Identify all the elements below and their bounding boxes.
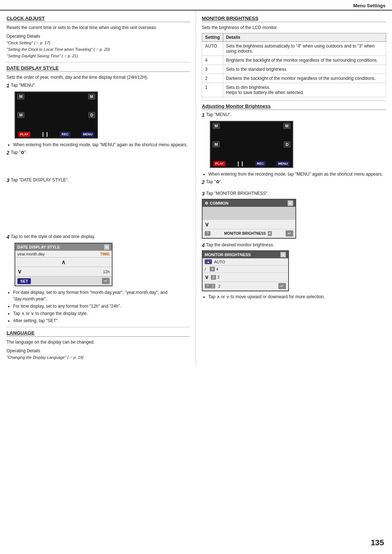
mb-row-down-nav: ∨ 3 3 <box>203 273 288 282</box>
step-1-num: 1 <box>7 83 9 89</box>
adjusting-section: Adjusting Monitor Brightness 1 Tap "MENU… <box>202 103 386 300</box>
step-4-num: 4 <box>7 234 9 240</box>
date-dialog-back-btn[interactable]: ↵ <box>102 278 110 284</box>
mb-row-2-label: 2 <box>218 284 278 288</box>
adj-step-2-text: Tap "✿". <box>206 179 222 184</box>
common-dialog-close[interactable]: ✕ <box>287 200 293 206</box>
date-step1-bullet1: When entering from the recording mode, t… <box>13 141 190 148</box>
clock-adjust-title: CLOCK ADJUST <box>7 16 190 22</box>
mb-question-btn[interactable]: ? <box>205 284 211 288</box>
table-row: 4 Brightens the backlight of the monitor… <box>202 56 386 65</box>
date-dialog-row1-label: year.month.day <box>17 252 97 256</box>
common-question-btn[interactable]: ? <box>205 231 211 236</box>
common-dialog-footer-row: ? MONITOR BRIGHTNESS 4 ↵ <box>203 229 295 238</box>
date-display-dialog: DATE DISPLAY STYLE ✕ year.month.day TIME… <box>15 243 113 286</box>
cam-screen-left: M M M D PLAY ❙❙ REC MENU <box>15 91 98 139</box>
clock-adjust-ref3: "Setting Daylight Saving Time" (☞ p. 21) <box>7 54 78 58</box>
date-bullet-0: For date display, set to any format from… <box>13 289 190 302</box>
brightness-table: Setting Details AUTO Sets the brightness… <box>202 33 386 97</box>
cam-menu-btn-left: MENU <box>81 132 95 137</box>
cam-mid-left-m: M <box>17 112 24 118</box>
cam-rec-btn-right: REC <box>255 161 266 166</box>
cam-top-row-left: M M <box>15 92 97 99</box>
cam-bottom-bar-right: PLAY ❙❙ REC MENU <box>211 160 293 167</box>
mb-dialog-titlebar: MONITOR BRIGHTNESS ✕ <box>203 251 288 258</box>
cam-mid-right-d-r: D <box>284 141 290 147</box>
cam-mid-left-m-r: M <box>213 141 220 147</box>
date-dialog-close[interactable]: ✕ <box>104 244 110 250</box>
cam-pause-icon-right: ❙❙ <box>236 161 244 166</box>
cam-mid-row-right: M D <box>211 141 293 148</box>
cam-top-right-m-r: M <box>283 123 290 129</box>
date-bullet-3: After setting, tap "SET". <box>13 317 190 324</box>
mb-arrow-up-icon: ▲ <box>205 259 212 264</box>
adj-step-4-num: 4 <box>202 242 205 248</box>
clock-adjust-section: CLOCK ADJUST Resets the current time or … <box>7 16 190 59</box>
table-row: 2 Darkens the backlight of the monitor r… <box>202 74 386 83</box>
common-dialog-titlebar: ⚙ COMMON ✕ <box>203 200 295 207</box>
mb-row-4-label: 4 <box>216 267 219 271</box>
common-dialog-back-btn[interactable]: ↵ <box>286 230 293 237</box>
clock-adjust-body: Resets the current time or sets to the l… <box>7 24 190 31</box>
step-2-line: 2 Tap "✿". <box>7 150 190 156</box>
common-dialog-row2 <box>203 213 295 220</box>
divider-right <box>202 100 386 100</box>
mb-row-auto-label: AUTO <box>214 260 225 264</box>
step-1-line: 1 Tap "MENU". <box>7 83 190 89</box>
right-column: MONITOR BRIGHTNESS Sets the brightness o… <box>196 11 392 366</box>
mb-row-3-label: 3 <box>217 275 220 279</box>
adj-bullet1-list: When entering from the recording mode, t… <box>208 171 386 177</box>
cam-mid-right-d: D <box>89 112 95 118</box>
date-display-style-body: Sets the order of year, month, day and t… <box>7 74 190 81</box>
divider-1 <box>7 62 190 62</box>
date-dialog-row2-value: 12h <box>22 270 110 274</box>
monitor-brightness-title: MONITOR BRIGHTNESS <box>202 16 386 22</box>
date-bullet-1: For time display, set to any format from… <box>13 303 190 309</box>
adj-step-3-num: 3 <box>202 191 205 197</box>
mb-dialog-back-btn[interactable]: ↵ <box>278 283 286 289</box>
table-cell-setting-auto: AUTO <box>202 42 223 56</box>
cam-top-left-m-r: M <box>213 123 220 129</box>
mb-num-2-icon: 2 <box>211 284 216 288</box>
table-cell-details-4: Brightens the backlight of the monitor r… <box>223 56 386 65</box>
language-body: The language on the display can be chang… <box>7 339 190 345</box>
mb-nav-down-icon: ∨ <box>205 274 209 280</box>
cam-rec-btn-left: REC <box>60 132 70 137</box>
page-header: Menu Settings <box>0 0 392 11</box>
common-dialog-nav: ∨ <box>203 220 295 229</box>
adjusting-title: Adjusting Monitor Brightness <box>202 103 386 110</box>
table-row: AUTO Sets the brightness automatically t… <box>202 42 386 56</box>
adj-bullet1: When entering from the recording mode, t… <box>208 171 386 177</box>
adj-step-2-line: 2 Tap "✿". <box>202 179 386 185</box>
clock-adjust-ref2: "Setting the Clock to Local Time when Tr… <box>7 47 110 52</box>
table-row: 1 Sets to dim brightness.Helps to save b… <box>202 83 386 97</box>
cam-mid-row-left: M D <box>15 111 97 119</box>
down-arrow-icon: ∨ <box>17 268 22 275</box>
date-bullets: For date display, set to any format from… <box>13 289 190 324</box>
cam-play-btn-right: PLAY <box>213 161 225 166</box>
cam-play-btn-left: PLAY <box>18 132 30 137</box>
table-cell-details-2: Darkens the backlight of the monitor reg… <box>223 74 386 83</box>
table-cell-setting-4: 4 <box>202 56 223 65</box>
adj-step-3-text: Tap "MONITOR BRIGHTNESS". <box>206 191 269 196</box>
adj-bullet2: Tap ∧ or ∨ to move upward or downward fo… <box>208 294 386 300</box>
step-2-num: 2 <box>7 150 9 156</box>
date-dialog-up-arrow[interactable]: ∧ <box>15 258 112 267</box>
step-2-text: Tap "✿". <box>11 150 27 155</box>
date-dialog-down-arrow[interactable]: ∨ 12h <box>15 267 112 276</box>
clock-adjust-operating: Operating Details "Clock Setting" (☞ p. … <box>7 33 190 59</box>
mb-row-4: / 4 4 <box>203 266 288 273</box>
date-dialog-set-btn[interactable]: SET <box>17 278 31 284</box>
table-cell-setting-1: 1 <box>202 83 223 97</box>
table-col1-header: Setting <box>202 33 223 42</box>
date-step1-bullets: When entering from the recording mode, t… <box>13 141 190 148</box>
table-cell-details-1: Sets to dim brightness.Helps to save bat… <box>223 83 386 97</box>
date-dialog-titlebar: DATE DISPLAY STYLE ✕ <box>15 243 112 251</box>
mb-dialog-close[interactable]: ✕ <box>280 252 286 258</box>
left-column: CLOCK ADJUST Resets the current time or … <box>0 11 196 366</box>
date-dialog-row1: year.month.day TIME <box>15 251 112 258</box>
mb-num-4-icon: 4 <box>210 267 215 271</box>
table-cell-setting-2: 2 <box>202 74 223 83</box>
mb-row-footer: ? 2 2 ↵ <box>203 282 288 291</box>
adj-step-3-line: 3 Tap "MONITOR BRIGHTNESS". <box>202 191 386 197</box>
